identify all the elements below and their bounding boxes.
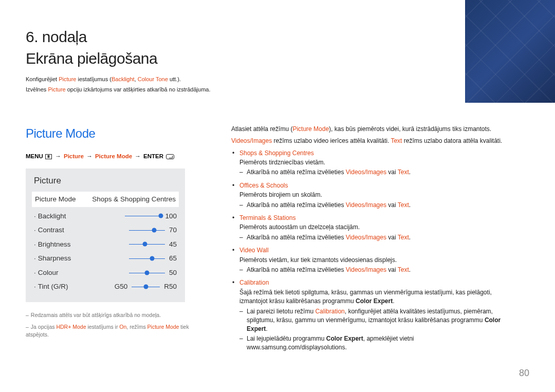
osd-preview-panel: Picture Picture Mode Shops & Shopping Ce…	[26, 169, 185, 302]
osd-slider-row: ·Contrast 70	[34, 223, 177, 237]
mode-list: Shops & Shopping Centres Piemērots tirdz…	[231, 149, 509, 352]
mode-item-calibration: Calibration Šajā režīmā tiek lietoti spi…	[231, 278, 509, 352]
osd-slider-row: ·Sharpness 65	[34, 251, 177, 266]
menu-navigation-path: MENU Ⅲ → Picture → Picture Mode → ENTER	[26, 152, 211, 161]
footnotes: –Redzamais attēls var būt atšķirīgs atka…	[26, 311, 211, 339]
intro-text: Konfigurējiet Picture iestatījumus (Back…	[26, 76, 529, 94]
chapter-number: 6. nodaļa	[26, 26, 529, 48]
left-column: Picture Mode MENU Ⅲ → Picture → Picture …	[26, 125, 211, 357]
osd-title: Picture	[34, 175, 177, 188]
page-number: 80	[519, 366, 529, 380]
slider-backlight	[125, 214, 161, 217]
manual-page: 6. nodaļa Ekrāna pielāgošana Konfigurēji…	[0, 0, 555, 392]
osd-slider-row: ·Backlight 100	[34, 209, 177, 223]
decorative-corner-graphic	[465, 0, 555, 103]
chapter-title: Ekrāna pielāgošana	[26, 47, 529, 70]
osd-picture-mode-row: Picture Mode Shops & Shopping Centres	[32, 192, 179, 207]
section-title: Picture Mode	[26, 125, 211, 143]
enter-icon	[166, 154, 174, 159]
mode-item: Video Wall Piemērots vietām, kur tiek iz…	[231, 246, 509, 274]
osd-slider-row: ·Brightness 45	[34, 237, 177, 252]
slider-brightness	[129, 242, 165, 246]
slider-contrast	[129, 229, 165, 232]
mode-item: Terminals & Stations Piemērots autoostām…	[231, 214, 509, 242]
menu-icon: Ⅲ	[45, 154, 52, 159]
mode-item: Offices & Schools Piemērots birojiem un …	[231, 181, 509, 210]
slider-tint	[132, 285, 160, 288]
slider-colour	[129, 271, 165, 274]
osd-slider-row: ·Colour 50	[34, 266, 177, 280]
mode-item: Shops & Shopping Centres Piemērots tirdz…	[231, 149, 509, 177]
slider-sharpness	[129, 257, 165, 260]
osd-tint-row: ·Tint (G/R) G50 R50	[34, 279, 177, 294]
description-column: Atlasiet attēla režīmu (Picture Mode), k…	[231, 125, 529, 357]
